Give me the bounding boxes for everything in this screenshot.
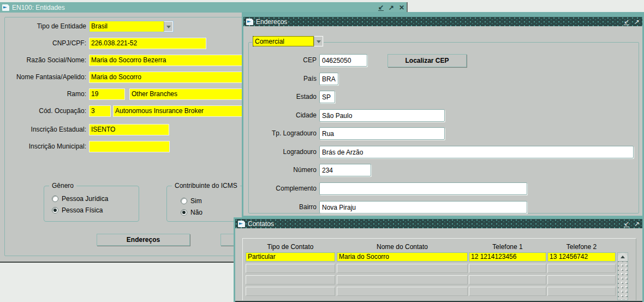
- logradouro-field[interactable]: [319, 146, 634, 158]
- contato-telefone2-cell[interactable]: [547, 264, 616, 273]
- numero-field[interactable]: [319, 164, 371, 176]
- maximize-icon[interactable]: ↗: [634, 220, 640, 228]
- contato-nome-cell[interactable]: [337, 275, 468, 285]
- pais-field[interactable]: [319, 73, 338, 85]
- genero-group-label: Gênero: [49, 182, 76, 190]
- inscricao-municipal-field[interactable]: [89, 141, 170, 152]
- column-header-telefone-2: Telefone 2: [547, 243, 616, 251]
- ramo-desc-field[interactable]: Other Branches: [129, 88, 242, 100]
- cep-field[interactable]: [319, 54, 367, 67]
- contato-nome-cell[interactable]: [337, 264, 468, 273]
- genero-groupbox: Gênero Pessoa Jurídica Pessoa Física: [44, 186, 139, 222]
- complemento-label: Complemento: [243, 182, 317, 195]
- contatos-title: Contatos: [248, 220, 274, 228]
- ocupacao-label: Cód. Ocupação:: [1, 105, 86, 117]
- radio-icms-sim[interactable]: Sim: [181, 197, 202, 205]
- contato-telefone2-cell[interactable]: [547, 275, 616, 285]
- contato-telefone2-cell[interactable]: 13 12456742: [547, 252, 616, 262]
- form-icon: [246, 19, 253, 25]
- tp-logradouro-label: Tp. Logradouro: [243, 127, 317, 140]
- contato-telefone1-cell[interactable]: 12 1214123456: [469, 252, 546, 262]
- minimize-icon[interactable]: ↙: [378, 4, 384, 11]
- scrollbar-track[interactable]: [618, 262, 628, 300]
- contato-tipo-cell[interactable]: [246, 264, 335, 273]
- tipo-entidade-label: Tipo de Entidade: [1, 21, 86, 32]
- cnpj-label: CNPJ/CPF:: [1, 38, 86, 49]
- radio-label: Pessoa Jurídica: [62, 195, 108, 203]
- column-header-nome-contato: Nome do Contato: [337, 243, 468, 251]
- enderecos-title: Endereços: [256, 18, 287, 26]
- cidade-label: Cidade: [243, 109, 317, 122]
- tipo-endereco-value: Comercial: [253, 36, 314, 46]
- inscricao-estadual-label: Inscrição Estadual:: [1, 124, 86, 135]
- localizar-cep-button[interactable]: Localizar CEP: [387, 54, 467, 67]
- cep-label: CEP: [243, 54, 317, 67]
- tipo-entidade-combo[interactable]: Brasil: [89, 21, 174, 32]
- radio-icon[interactable]: [52, 196, 58, 202]
- razao-social-field[interactable]: Maria do Socorro Bezerra: [89, 55, 242, 66]
- radio-pessoa-juridica[interactable]: Pessoa Jurídica: [52, 195, 108, 203]
- contatos-titlebar[interactable]: Contatos ↙ ↗: [235, 219, 642, 228]
- ocupacao-code-field[interactable]: 3: [89, 105, 111, 117]
- inscricao-municipal-label: Inscrição Municipal:: [1, 141, 86, 152]
- nome-fantasia-label: Nome Fantasia/Apelido:: [1, 72, 86, 83]
- logradouro-label: Logradouro: [243, 146, 317, 158]
- column-header-telefone-1: Telefone 1: [469, 243, 546, 251]
- estado-label: Estado: [243, 91, 317, 103]
- contatos-scrollbar[interactable]: [617, 252, 628, 300]
- radio-label: Pessoa Física: [62, 206, 103, 214]
- estado-field[interactable]: [319, 91, 335, 103]
- ramo-label: Ramo:: [1, 88, 86, 100]
- radio-icon[interactable]: [52, 207, 58, 214]
- maximize-icon[interactable]: ↗: [389, 4, 394, 11]
- chevron-down-icon[interactable]: [164, 21, 173, 32]
- mdi-background: EN100: Entidades ↙ ↗ ✕ Tipo de Entidade …: [0, 0, 644, 302]
- bairro-field[interactable]: [319, 201, 527, 214]
- contato-tipo-cell[interactable]: [246, 275, 335, 285]
- enderecos-titlebar[interactable]: Endereços ↙ ↗: [243, 17, 642, 26]
- radio-label: Não: [190, 209, 202, 216]
- cnpj-field[interactable]: 226.038.221-52: [89, 38, 206, 49]
- scroll-up-icon[interactable]: [618, 253, 628, 262]
- form-icon: [2, 4, 9, 11]
- contato-telefone1-cell[interactable]: [469, 275, 546, 285]
- radio-label: Sim: [190, 197, 202, 205]
- contato-nome-cell[interactable]: [337, 287, 468, 296]
- enderecos-canvas: Comercial CEP Localizar CEP País Estado …: [243, 26, 642, 216]
- tp-logradouro-field[interactable]: [319, 127, 445, 140]
- close-icon[interactable]: ✕: [399, 4, 404, 11]
- bairro-label: Bairro: [243, 201, 317, 214]
- pais-label: País: [243, 73, 317, 85]
- complemento-field[interactable]: [319, 182, 527, 195]
- contato-telefone1-cell[interactable]: [469, 287, 546, 296]
- radio-icon[interactable]: [181, 198, 187, 204]
- minimize-icon[interactable]: ↙: [624, 221, 629, 227]
- icms-groupbox: Contribuinte do ICMS Sim Não: [166, 186, 254, 222]
- maximize-icon[interactable]: ↗: [634, 18, 640, 26]
- radio-icms-nao[interactable]: Não: [181, 209, 202, 216]
- numero-label: Número: [243, 164, 317, 176]
- contato-telefone1-cell[interactable]: [469, 264, 546, 273]
- window-contatos: Contatos ↙ ↗ Tipo de Contato Nome do Con…: [234, 217, 644, 302]
- contato-tipo-cell[interactable]: [246, 287, 335, 296]
- contatos-canvas: Tipo de Contato Nome do Contato Telefone…: [235, 228, 642, 302]
- razao-social-label: Razão Social/Nome:: [1, 55, 86, 66]
- cidade-field[interactable]: [319, 109, 445, 122]
- nome-fantasia-field[interactable]: Maria do Socorro: [89, 72, 242, 83]
- window-enderecos: Endereços ↙ ↗ Comercial CEP Localizar CE…: [242, 12, 644, 217]
- contato-nome-cell[interactable]: Maria do Socorro: [337, 252, 468, 262]
- enderecos-button[interactable]: Endereços: [97, 234, 190, 246]
- radio-pessoa-fisica[interactable]: Pessoa Física: [52, 206, 103, 214]
- entidades-title: EN100: Entidades: [12, 4, 65, 11]
- contato-telefone2-cell[interactable]: [547, 287, 616, 296]
- minimize-icon[interactable]: ↙: [624, 19, 629, 25]
- chevron-down-icon[interactable]: [314, 36, 323, 46]
- column-header-tipo-contato: Tipo de Contato: [246, 243, 335, 251]
- tipo-endereco-combo[interactable]: Comercial: [252, 35, 324, 47]
- entidades-titlebar[interactable]: EN100: Entidades ↙ ↗ ✕: [0, 2, 407, 13]
- contato-tipo-cell[interactable]: Particular: [246, 252, 335, 262]
- ramo-code-field[interactable]: 19: [89, 88, 125, 100]
- radio-icon[interactable]: [181, 209, 187, 216]
- inscricao-estadual-field[interactable]: ISENTO: [89, 124, 169, 135]
- ocupacao-desc-field[interactable]: Autonomous Insurance Broker: [113, 105, 242, 117]
